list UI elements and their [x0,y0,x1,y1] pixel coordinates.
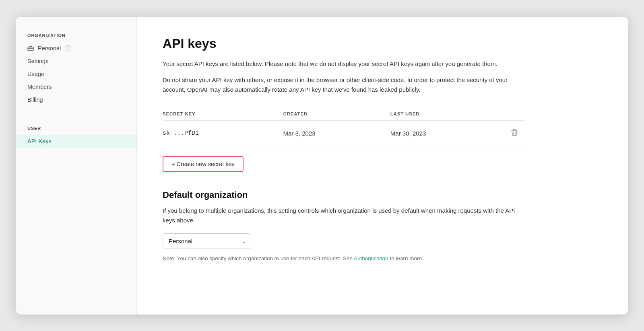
user-section: USER API Keys [16,126,136,148]
key-cell: sk-...PfDi [163,120,283,146]
col-last-used: LAST USED [390,107,509,121]
org-select-wrapper: Personal ⌄ [163,233,251,249]
sidebar-item-billing[interactable]: Billing [16,93,136,106]
note-text: Note: You can also specify which organiz… [163,255,525,261]
org-section: ORGANIZATION Personal i Settings Usage [16,33,136,106]
user-section-label: USER [16,126,136,135]
app-window: ORGANIZATION Personal i Settings Usage [16,17,628,315]
sidebar: ORGANIZATION Personal i Settings Usage [16,17,137,315]
table-row: sk-...PfDi Mar 3, 2023 Mar 30, 2023 [163,120,525,146]
usage-label: Usage [27,71,44,77]
create-btn-label: + Create new secret key [171,161,235,167]
col-actions [509,107,525,121]
action-cell [509,120,525,146]
sidebar-item-api-keys[interactable]: API Keys [16,135,136,148]
sidebar-item-settings[interactable]: Settings [16,55,136,68]
description-2: Do not share your API key with others, o… [163,75,525,95]
api-keys-label: API Keys [27,138,52,144]
note-before-link: Note: You can also specify which organiz… [163,255,354,261]
sidebar-item-usage[interactable]: Usage [16,68,136,80]
api-keys-table-section: SECRET KEY CREATED LAST USED sk-...PfDi … [163,107,525,172]
sidebar-item-members[interactable]: Members [16,80,136,93]
description-1: Your secret API keys are listed below. P… [163,59,525,69]
note-after-link: to learn more. [388,255,423,261]
main-content: API keys Your secret API keys are listed… [137,17,628,315]
org-section-label: ORGANIZATION [16,33,136,42]
sidebar-divider [16,116,136,116]
settings-label: Settings [27,58,48,64]
last-used-cell: Mar 30, 2023 [390,120,509,146]
personal-label: Personal [38,45,61,51]
members-label: Members [27,84,52,90]
col-secret-key: SECRET KEY [163,107,283,121]
default-org-desc: If you belong to multiple organizations,… [163,206,525,225]
created-cell: Mar 3, 2023 [283,120,390,146]
default-org-title: Default organization [163,190,602,200]
sidebar-item-personal[interactable]: Personal i [16,42,136,55]
page-title: API keys [163,36,602,51]
col-created: CREATED [283,107,390,121]
create-new-secret-key-button[interactable]: + Create new secret key [163,156,244,172]
delete-key-button[interactable] [509,127,520,140]
info-icon[interactable]: i [65,45,71,51]
authentication-link[interactable]: Authentication [354,255,388,261]
billing-label: Billing [27,97,43,103]
org-select[interactable]: Personal [163,233,251,249]
briefcase-icon [27,45,34,51]
api-keys-table: SECRET KEY CREATED LAST USED sk-...PfDi … [163,107,525,146]
